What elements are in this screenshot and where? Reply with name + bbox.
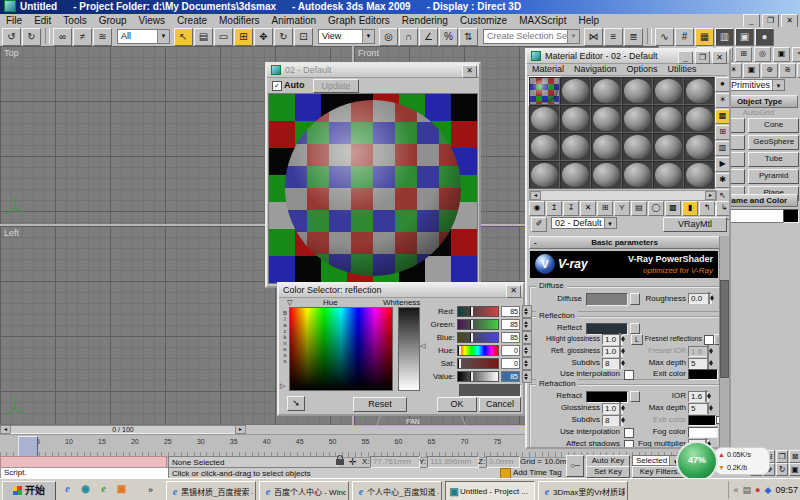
schematic-view-button[interactable]: # — [675, 28, 694, 46]
channel-gradient-slider[interactable] — [457, 358, 499, 369]
net-monitor-ball[interactable]: 47% — [676, 441, 718, 482]
reset-map-button[interactable]: ✕ — [580, 201, 596, 216]
channel-spinner[interactable] — [522, 370, 532, 383]
menu-item[interactable]: File — [0, 15, 28, 26]
menu-item[interactable]: Edit — [28, 15, 57, 26]
time-slider[interactable] — [18, 436, 38, 457]
channel-gradient-slider[interactable] — [457, 332, 499, 343]
reset-button[interactable]: Reset — [353, 397, 407, 412]
track-next-button[interactable]: ► — [235, 425, 246, 434]
cancel-button[interactable]: Cancel — [479, 397, 521, 412]
refraction-glossiness-spinner[interactable] — [619, 402, 621, 414]
material-sample-slot[interactable] — [560, 77, 591, 105]
viewport-label[interactable]: Front — [358, 48, 379, 58]
channel-value-field[interactable]: 0 — [501, 345, 520, 356]
select-and-move-button[interactable]: ✥ — [254, 28, 273, 46]
menu-item[interactable]: Modifiers — [213, 15, 266, 26]
reflection-subdivs-spinner[interactable] — [619, 357, 621, 369]
color-selector-title-bar[interactable]: Color Selector: reflection ✕ — [279, 284, 523, 298]
show-map-in-viewport-button[interactable]: ▩ — [665, 201, 681, 216]
roughness-spinner[interactable] — [708, 292, 710, 304]
layer-manager-button[interactable]: ≣ — [624, 28, 643, 46]
whiteness-strip[interactable] — [398, 307, 420, 391]
absolute-mode-toggle[interactable]: ✛ — [349, 457, 357, 467]
hilight-glossiness-spinner[interactable] — [619, 333, 621, 345]
channel-spinner[interactable] — [522, 305, 532, 318]
refraction-max-depth-field[interactable]: 5 — [688, 403, 709, 414]
fresnel-ior-field[interactable]: 1.6 — [688, 346, 709, 357]
reflection-interpolation-checkbox[interactable] — [624, 370, 634, 380]
affect-shadows-checkbox[interactable] — [624, 440, 634, 449]
material-sample-slot[interactable] — [653, 133, 684, 161]
scroll-left-icon[interactable]: ◄ — [530, 191, 541, 200]
basic-parameters-rollout[interactable]: -Basic parameters — [529, 236, 720, 249]
menu-item[interactable]: Customize — [454, 15, 513, 26]
material-sample-slot[interactable] — [529, 161, 560, 189]
diffuse-color-swatch[interactable] — [586, 293, 628, 306]
sample-uv-tiling-button[interactable]: ⊞ — [715, 125, 730, 140]
menu-item[interactable]: Utilities — [663, 63, 702, 75]
tab-motion[interactable]: ◎ — [754, 47, 771, 62]
refract-map-button[interactable] — [630, 391, 640, 402]
refraction-exit-color-swatch[interactable] — [688, 415, 716, 426]
menu-item[interactable]: Rendering — [396, 15, 454, 26]
channel-value-field[interactable]: 85 — [501, 371, 520, 382]
window-crossing-toggle-button[interactable]: ⊞ — [234, 28, 253, 46]
object-color-swatch[interactable] — [783, 209, 799, 223]
maximize-viewport-toggle-button[interactable]: ▣ — [789, 463, 800, 476]
zoom-extents-button[interactable]: ❒ — [776, 450, 788, 463]
menu-item[interactable]: Navigation — [569, 63, 622, 75]
channel-gradient-slider[interactable] — [457, 306, 499, 317]
add-time-tag-label[interactable]: Add Time Tag — [513, 468, 562, 478]
material-sample-slot[interactable] — [684, 133, 715, 161]
channel-value-field[interactable]: 85 — [501, 332, 520, 343]
material-sample-slot[interactable] — [591, 161, 622, 189]
background-button[interactable]: ▩ — [715, 109, 730, 124]
primitive-button[interactable]: Tube — [748, 152, 799, 167]
separator[interactable] — [45, 28, 50, 44]
undo-button[interactable]: ↺ — [2, 28, 21, 46]
make-material-copy-button[interactable]: ⊞ — [597, 201, 613, 216]
chevron-left-icon[interactable]: « — [734, 485, 739, 495]
fresnel-reflections-checkbox[interactable] — [704, 335, 714, 345]
zoom-extents-all-button[interactable]: ⊠ — [789, 450, 800, 463]
close-icon[interactable]: ✕ — [462, 65, 477, 78]
channel-gradient-slider[interactable] — [457, 319, 499, 330]
hue-blackness-square[interactable] — [289, 307, 393, 391]
material-sample-slot[interactable] — [622, 105, 653, 133]
put-to-library-button[interactable]: ▤ — [631, 201, 647, 216]
quick-launch-ie-icon[interactable]: e — [60, 482, 75, 497]
assign-material-to-selection-button[interactable]: ↧ — [563, 201, 579, 216]
viewport-label[interactable]: Top — [4, 48, 19, 58]
material-sample-slot[interactable] — [622, 77, 653, 105]
arc-rotate-button[interactable]: ↻ — [776, 463, 788, 476]
primitive-button[interactable]: Pyramid — [748, 169, 799, 184]
snaps-toggle-button[interactable]: ∩ — [399, 28, 418, 46]
update-button[interactable]: Update — [313, 79, 359, 93]
menu-item[interactable]: MAXScript — [513, 15, 572, 26]
quick-render-button[interactable]: ● — [755, 28, 774, 46]
qq-tray-icon[interactable]: ● — [755, 485, 760, 495]
render-window-title-bar[interactable]: 02 - Default ✕ — [267, 64, 479, 78]
reflection-max-depth-field[interactable]: 5 — [688, 358, 709, 369]
separator[interactable] — [647, 28, 652, 44]
object-name-input[interactable] — [730, 209, 784, 223]
curve-editor-button[interactable]: ∿ — [655, 28, 674, 46]
restore-button[interactable]: ❐ — [762, 14, 779, 28]
taskbar-task-button[interactable]: e百度个人中心 - Windo... — [259, 481, 349, 500]
menu-item[interactable]: Options — [622, 63, 663, 75]
selection-lock-toggle[interactable] — [336, 454, 344, 467]
taskbar-task-button[interactable]: e黑镜材质_百度搜索 - ... — [166, 481, 256, 500]
close-button[interactable]: ✕ — [781, 14, 798, 28]
menu-item[interactable]: Animation — [266, 15, 322, 26]
parameters-scrollbar[interactable] — [719, 236, 729, 447]
material-sample-slot[interactable] — [653, 105, 684, 133]
menu-item[interactable]: Material — [527, 63, 569, 75]
refl-glossiness-spinner[interactable] — [619, 345, 621, 357]
slots-scrollbar[interactable]: ◄ ► — [529, 190, 717, 201]
material-sample-slot[interactable] — [684, 105, 715, 133]
close-icon[interactable]: ✕ — [506, 285, 521, 298]
bind-to-space-warp-button[interactable]: ≋ — [93, 28, 112, 46]
select-and-link-button[interactable]: ∞ — [53, 28, 72, 46]
rendered-frame-window-button[interactable]: ▣ — [735, 28, 754, 46]
